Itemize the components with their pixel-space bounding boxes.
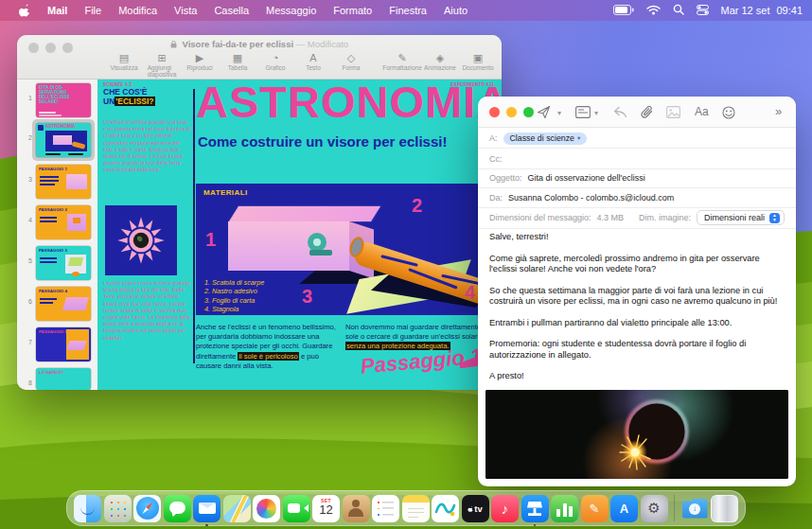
spotlight-search-icon[interactable]: [673, 4, 684, 17]
slide-thumbnail-8[interactable]: LO SAPEVI?: [36, 368, 91, 390]
dock-keynote-icon[interactable]: [521, 495, 549, 522]
menu-casella[interactable]: Casella: [205, 5, 257, 16]
to-field[interactable]: A: Classe di scienze ▾: [478, 129, 796, 149]
slide-number: 3: [19, 176, 32, 183]
slide-number: 5: [19, 257, 32, 264]
header-fields-chevron[interactable]: ▾: [594, 109, 598, 117]
dock-settings-icon[interactable]: ⚙: [641, 495, 668, 522]
keynote-format-button[interactable]: ✎Formattazione: [390, 52, 415, 71]
slide-thumbnail-3[interactable]: PASSAGGIO 1: [36, 165, 91, 199]
keynote-toolbar: ▤Visualizza ⊞Aggiungi diapositiva ▶Ripro…: [112, 52, 496, 79]
send-options-chevron[interactable]: ▾: [557, 109, 561, 117]
material-item: 4. Stagnola: [204, 305, 264, 313]
material-item: 1. Scatola di scarpe: [204, 278, 264, 287]
keynote-document-button[interactable]: ▣Documento: [466, 52, 490, 71]
eclipse-attachment-image[interactable]: [485, 390, 788, 479]
menubar-time[interactable]: 09:41: [776, 5, 803, 16]
view-icon: ▤: [119, 52, 129, 64]
wifi-icon[interactable]: [646, 5, 661, 17]
dock-appstore-icon[interactable]: A: [610, 495, 638, 522]
slide-thumbnail-5[interactable]: PASSAGGIO 3: [36, 246, 91, 280]
header-fields-button[interactable]: [575, 106, 591, 118]
to-recipient-token[interactable]: Classe di scienze ▾: [503, 132, 588, 145]
dock-downloads-icon[interactable]: ↓: [681, 495, 709, 522]
dock-finder-icon[interactable]: [74, 495, 101, 522]
keynote-slide-canvas[interactable]: SCIENZE 4.2 EXPERIMENTO #11 CHE COS'È UN…: [97, 79, 502, 390]
menubar-date[interactable]: Mar 12 set: [721, 5, 770, 16]
menu-app-name[interactable]: Mail: [39, 5, 76, 16]
apple-menu[interactable]: [9, 3, 39, 19]
attach-file-button[interactable]: [641, 105, 654, 119]
dock-facetime-icon[interactable]: [283, 495, 310, 522]
keynote-slide-navigator: 1 GITA DI OS- SERVAZIONE DELL'ECLISSE SO…: [17, 79, 97, 390]
keynote-table-button[interactable]: ▦Tabella: [225, 52, 250, 71]
menu-modifica[interactable]: Modifica: [110, 5, 166, 16]
slide-thumbnail-6[interactable]: PASSAGGIO 4: [36, 287, 91, 321]
dock-freeform-icon[interactable]: [432, 495, 459, 522]
size-value: 4.3 MB: [597, 213, 625, 222]
material-item: 3. Foglio di carta: [204, 296, 264, 305]
menu-formato[interactable]: Formato: [325, 5, 380, 16]
dock-notes-icon[interactable]: [402, 495, 430, 522]
format-text-button[interactable]: Aa: [695, 105, 709, 118]
music-note-glyph: ♪: [502, 501, 509, 517]
slide-thumbnail-7[interactable]: PASSAGGIO 5: [36, 327, 91, 361]
mail-zoom-button[interactable]: [523, 107, 534, 117]
dock-reminders-icon[interactable]: [372, 495, 399, 522]
menu-file[interactable]: File: [76, 5, 110, 16]
emoji-button[interactable]: [722, 106, 735, 119]
slide-thumbnail-2-selected[interactable]: ASTRONOMIA: [36, 123, 91, 157]
insert-photo-button[interactable]: [666, 106, 680, 118]
keynote-titlebar: Visore fai-da-te per eclissi — Modificat…: [17, 35, 502, 79]
dock-contacts-icon[interactable]: [343, 495, 370, 522]
toolbar-overflow-button[interactable]: »: [775, 104, 782, 118]
running-indicator: [534, 524, 537, 527]
dock-trash-icon[interactable]: [711, 495, 738, 522]
keynote-play-button[interactable]: ▶Riproduci: [187, 52, 212, 71]
dock-pages-icon[interactable]: ✎: [581, 495, 609, 522]
slide-thumbnail-4[interactable]: PASSAGGIO 2: [36, 205, 91, 239]
menu-finestra[interactable]: Finestra: [380, 5, 435, 16]
dock-photos-icon[interactable]: [253, 495, 280, 522]
from-field[interactable]: Da: Susanna Colombo - colombo.s@icloud.c…: [478, 188, 796, 208]
keynote-add-slide-button[interactable]: ⊞Aggiungi diapositiva: [150, 52, 174, 78]
dock-maps-icon[interactable]: [223, 495, 251, 522]
menu-aiuto[interactable]: Aiuto: [435, 5, 476, 16]
apple-logo-icon: [18, 3, 30, 17]
control-center-icon[interactable]: [697, 5, 709, 17]
slide-sidebar-paragraph-2: L'eclissi solare invece avviene quando l…: [103, 280, 190, 342]
image-size-select[interactable]: Dimensioni reali ▴▾: [697, 210, 785, 225]
dock-mail-icon[interactable]: [193, 495, 221, 522]
menu-messaggio[interactable]: Messaggio: [257, 5, 325, 16]
dock-appletv-icon[interactable]: tv: [462, 495, 489, 522]
mail-close-button[interactable]: [489, 107, 500, 117]
materials-list: 1. Scatola di scarpe 2. Nastro adesivo 3…: [204, 278, 264, 313]
keynote-shape-button[interactable]: ◇Forma: [339, 52, 363, 71]
mail-minimize-button[interactable]: [506, 107, 517, 117]
slide-column-divider: [193, 89, 195, 363]
keynote-view-button[interactable]: ▤Visualizza: [112, 52, 136, 71]
keynote-animate-button[interactable]: ◈Animazione: [428, 52, 452, 71]
subject-value: Gita di osservazione dell'eclissi: [528, 173, 645, 183]
battery-icon[interactable]: [613, 5, 634, 17]
dock-launchpad-icon[interactable]: [104, 495, 132, 522]
menu-vista[interactable]: Vista: [166, 5, 205, 16]
subject-field[interactable]: Oggetto: Gita di osservazione dell'eclis…: [478, 168, 796, 188]
dock-safari-icon[interactable]: [133, 495, 161, 522]
dock-calendar-icon[interactable]: SET 12: [312, 495, 340, 522]
reply-indent-button[interactable]: [613, 106, 627, 118]
materials-box: MATERIALI 1 2 3 4 1. Scatola di scarpe 2: [196, 184, 495, 315]
keynote-window[interactable]: Visore fai-da-te per eclissi — Modificat…: [17, 35, 502, 390]
mail-compose-window[interactable]: ▾ ▾ Aa » A: Classe di scienze ▾ Cc: Ogge…: [478, 97, 796, 486]
dock-music-icon[interactable]: ♪: [491, 495, 519, 522]
slide-sidebar-paragraph-1: Un'eclissi si verifica quando una luna o…: [103, 119, 190, 174]
keynote-text-button[interactable]: ATesto: [301, 52, 326, 71]
keynote-chart-button[interactable]: ◔Grafico: [263, 52, 288, 71]
material-number-3: 3: [302, 286, 312, 308]
cc-field[interactable]: Cc:: [478, 150, 796, 169]
slide-thumbnail-1[interactable]: GITA DI OS- SERVAZIONE DELL'ECLISSE SOLA…: [36, 83, 91, 117]
send-button[interactable]: [537, 105, 551, 119]
dock-messages-icon[interactable]: [164, 495, 191, 522]
message-body[interactable]: Salve, terrestri! Come già saprete, merc…: [489, 232, 786, 414]
dock-numbers-icon[interactable]: [551, 495, 578, 522]
